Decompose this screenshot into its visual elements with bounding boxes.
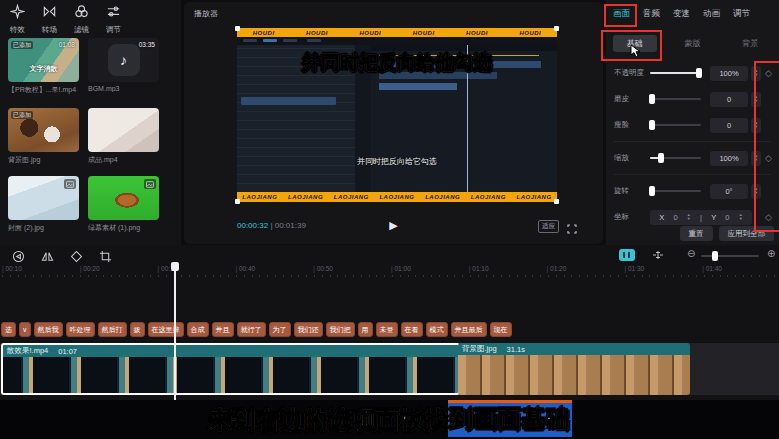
x-value[interactable]: 0 <box>673 213 677 222</box>
watermark-text: LAOJIANG <box>425 194 460 200</box>
stepper[interactable]: ▲▼ <box>687 213 691 221</box>
mirror-icon[interactable] <box>41 249 55 263</box>
tab-adjust[interactable]: 调节 <box>733 8 750 20</box>
crop-icon[interactable] <box>99 249 113 263</box>
subtab-background[interactable]: 背景 <box>721 33 779 53</box>
selection-handle[interactable] <box>235 26 240 31</box>
media-item-final[interactable]: 成品.mp4 <box>88 108 159 165</box>
tab-audio[interactable]: 音频 <box>643 8 660 20</box>
subtab-mask[interactable]: 蒙版 <box>664 33 722 53</box>
stepper[interactable]: ▲▼ <box>751 92 761 107</box>
scale-value[interactable]: 100% <box>710 151 748 166</box>
rotate-icon[interactable] <box>70 249 84 263</box>
timeline-text-clip[interactable]: 就行了 <box>237 322 266 337</box>
toolbar-item-filters[interactable]: 滤镜 <box>74 4 89 35</box>
toolbar-item-effects[interactable]: 特效 <box>10 4 25 35</box>
timeline-text-clip[interactable]: 未登 <box>376 322 398 337</box>
selection-handle[interactable] <box>554 199 559 204</box>
y-value[interactable]: 0 <box>725 213 729 222</box>
media-thumbnail <box>88 176 159 220</box>
properties-buttons: 重置 应用到全部 <box>680 226 775 241</box>
timeline-clip-background-image[interactable]: 背景图.jpg 31.1s <box>458 343 690 395</box>
watermark-text: HOUDI <box>359 30 381 36</box>
stepper[interactable]: ▲▼ <box>739 213 743 221</box>
mouse-cursor <box>630 44 641 62</box>
keyframe-icon[interactable]: ◇ <box>761 68 776 78</box>
playhead[interactable] <box>174 263 176 400</box>
toolbar-item-adjust[interactable]: 调节 <box>106 4 121 35</box>
rotate-value[interactable]: 0° <box>710 184 748 199</box>
keyframe-icon[interactable]: ◇ <box>761 153 776 163</box>
coordinate-inputs[interactable]: X 0 ▲▼ | Y 0 ▲▼ <box>650 210 752 225</box>
toolbar-item-label: 滤镜 <box>74 25 89 35</box>
stepper[interactable]: ▲▼ <box>751 66 761 81</box>
rotate-slider[interactable] <box>650 190 701 192</box>
timeline-text-clip[interactable]: 然后我 <box>34 322 63 337</box>
media-duration: 01:08 <box>59 41 75 48</box>
link-clips-icon[interactable] <box>651 248 665 266</box>
selection-handle[interactable] <box>554 26 559 31</box>
media-item-pr-video[interactable]: 已添加 01:08 文字消散 【PR教程】...果!.mp4 <box>8 38 79 95</box>
slim-face-value[interactable]: 0 <box>710 118 748 133</box>
scale-slider[interactable] <box>650 157 701 159</box>
media-item-bgm[interactable]: 03:35 ♪ BGM.mp3 <box>88 38 159 92</box>
smooth-skin-value[interactable]: 0 <box>710 92 748 107</box>
timecode: 00:00:32 | 00:01:39 <box>237 221 306 230</box>
timeline-text-clip[interactable]: 为了 <box>269 322 291 337</box>
zoom-in-icon[interactable]: ⊕ <box>767 248 775 259</box>
tab-picture[interactable]: 画面 <box>613 8 630 20</box>
timeline-text-clip[interactable]: 并且 <box>212 322 234 337</box>
timeline-text-clip[interactable]: 并且最后 <box>451 322 487 337</box>
timeline-text-clip[interactable]: 拨 <box>130 322 145 337</box>
timeline-text-clip[interactable]: v <box>19 322 31 337</box>
timeline-text-clip[interactable]: 用 <box>358 322 373 337</box>
timeline-text-clip[interactable]: 选 <box>1 322 16 337</box>
timeline-text-clip[interactable]: 然后打 <box>98 322 127 337</box>
tab-animation[interactable]: 动画 <box>703 8 720 20</box>
timeline-text-clip[interactable]: 现在 <box>490 322 512 337</box>
timeline-text-clip[interactable]: 我们把 <box>326 322 355 337</box>
selection-handle[interactable] <box>235 199 240 204</box>
timeline-text-clip[interactable]: 咋处理 <box>66 322 95 337</box>
track-view-toggle-icon[interactable] <box>619 249 635 261</box>
row-label: 不透明度 <box>614 68 650 78</box>
keyframe-icon[interactable]: ◇ <box>761 212 776 222</box>
timeline-text-clip[interactable]: 合成 <box>187 322 209 337</box>
opacity-slider[interactable] <box>650 72 701 74</box>
timeline-zoom-slider[interactable] <box>701 255 759 257</box>
timeline-text-clip[interactable]: 我们还 <box>294 322 323 337</box>
stepper[interactable]: ▲▼ <box>751 118 761 133</box>
timeline-clip-main-video[interactable]: 散效果!.mp4 01:07 <box>1 343 460 395</box>
video-preview-stage[interactable]: HOUDIHOUDIHOUDIHOUDIHOUDIHOUDI 并同时把反向给他勾… <box>237 28 557 202</box>
reset-button[interactable]: 重置 <box>680 226 713 241</box>
row-label: 缩放 <box>614 153 650 163</box>
ruler-label: 00:40 <box>235 265 313 277</box>
properties-rows: 不透明度 100% ▲▼ ◇ 磨皮 0 ▲▼ ◇ 瘦脸 0 ▲ <box>606 60 779 230</box>
media-item-background[interactable]: 已添加 背景图.jpg <box>8 108 79 165</box>
tab-speed[interactable]: 变速 <box>673 8 690 20</box>
apply-all-button[interactable]: 应用到全部 <box>719 226 775 241</box>
media-item-cover[interactable]: 封面 (2).jpg <box>8 176 79 233</box>
timeline-ruler[interactable]: 00:1000:2000:3000:4000:5001:0001:1001:20… <box>2 265 779 277</box>
timeline-text-clip[interactable]: 在看 <box>401 322 423 337</box>
media-name: 背景图.jpg <box>8 155 79 165</box>
slim-face-slider[interactable] <box>650 124 701 126</box>
fullscreen-icon[interactable] <box>567 220 577 238</box>
watermark-text: LAOJIANG <box>379 194 414 200</box>
reverse-icon[interactable] <box>12 249 26 263</box>
zoom-out-icon[interactable]: ⊖ <box>687 248 695 259</box>
player-title: 播放器 <box>194 8 218 19</box>
timeline-text-clip[interactable]: 模式 <box>426 322 448 337</box>
smooth-skin-slider[interactable] <box>650 98 701 100</box>
fit-button[interactable]: 适应 <box>538 220 559 233</box>
stepper[interactable]: ▲▼ <box>751 151 761 166</box>
clip-duration: 31.1s <box>507 345 525 354</box>
watermark-text: HOUDI <box>413 30 435 36</box>
play-icon[interactable]: ▶ <box>389 219 397 232</box>
stepper[interactable]: ▲▼ <box>751 184 761 199</box>
opacity-value[interactable]: 100% <box>710 66 748 81</box>
toolbar-item-transitions[interactable]: 转场 <box>42 4 57 35</box>
media-item-greenscreen[interactable]: 绿幕素材 (1).png <box>88 176 159 233</box>
timeline-text-clip[interactable]: 在这里掉 <box>148 322 184 337</box>
watermark-bar-bottom: LAOJIANGLAOJIANGLAOJIANGLAOJIANGLAOJIANG… <box>237 192 557 202</box>
